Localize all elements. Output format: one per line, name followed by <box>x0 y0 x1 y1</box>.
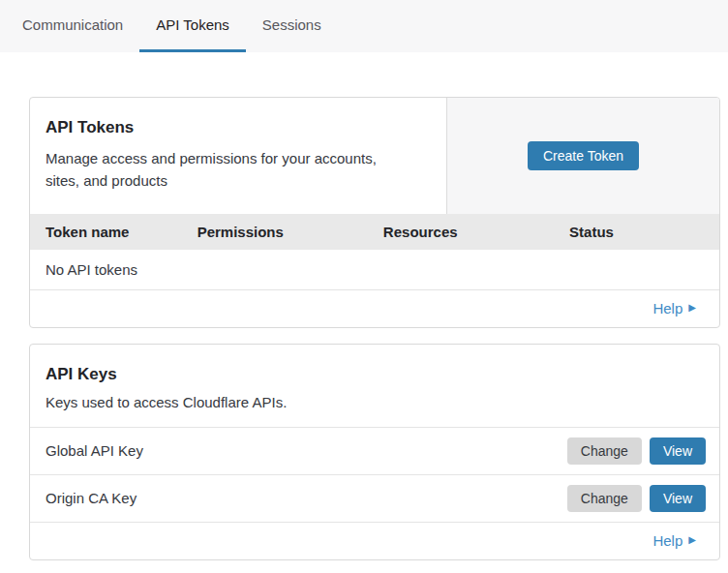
column-header-resources: Resources <box>368 214 554 250</box>
column-header-permissions: Permissions <box>182 214 368 250</box>
key-row-origin-ca-key: Origin CA Key Change View <box>30 474 719 522</box>
api-keys-card-header: API Keys Keys used to access Cloudflare … <box>30 345 719 427</box>
key-actions: Change View <box>567 437 706 465</box>
api-keys-card: API Keys Keys used to access Cloudflare … <box>29 344 720 560</box>
api-keys-help-link[interactable]: Help ▶ <box>652 532 696 549</box>
key-actions: Change View <box>567 485 706 512</box>
api-tokens-action-panel: Create Token <box>446 98 719 214</box>
create-token-button[interactable]: Create Token <box>528 141 639 170</box>
help-arrow-icon: ▶ <box>688 303 696 313</box>
page-content: API Tokens Manage access and permissions… <box>29 97 720 560</box>
api-keys-card-footer: Help ▶ <box>30 522 719 559</box>
api-tokens-card-header: API Tokens Manage access and permissions… <box>30 98 719 214</box>
tab-api-tokens[interactable]: API Tokens <box>139 0 246 52</box>
change-global-api-key-button[interactable]: Change <box>567 437 642 465</box>
key-row-global-api-key: Global API Key Change View <box>30 427 719 474</box>
api-tokens-header-text: API Tokens Manage access and permissions… <box>30 98 446 214</box>
tab-communication[interactable]: Communication <box>6 0 139 52</box>
key-name-label: Origin CA Key <box>46 490 136 506</box>
token-table-empty-row: No API tokens <box>30 250 719 289</box>
help-link-label: Help <box>652 532 682 549</box>
column-header-token-name: Token name <box>30 214 182 250</box>
key-name-label: Global API Key <box>46 442 143 459</box>
api-keys-title: API Keys <box>46 365 704 384</box>
api-tokens-card-footer: Help ▶ <box>30 289 719 327</box>
view-global-api-key-button[interactable]: View <box>650 437 706 465</box>
tab-sessions[interactable]: Sessions <box>246 0 338 52</box>
change-origin-ca-key-button[interactable]: Change <box>567 485 642 512</box>
view-origin-ca-key-button[interactable]: View <box>650 485 706 512</box>
help-link-label: Help <box>652 300 682 317</box>
empty-state-message: No API tokens <box>46 261 137 278</box>
column-header-status: Status <box>554 214 719 250</box>
api-tokens-card: API Tokens Manage access and permissions… <box>29 97 720 328</box>
tab-bar: Communication API Tokens Sessions <box>0 0 728 52</box>
api-tokens-help-link[interactable]: Help ▶ <box>652 300 696 317</box>
api-keys-description: Keys used to access Cloudflare APIs. <box>46 394 704 410</box>
api-tokens-description: Manage access and permissions for your a… <box>46 147 386 193</box>
help-arrow-icon: ▶ <box>688 535 696 545</box>
api-tokens-title: API Tokens <box>46 118 431 137</box>
token-table-header-row: Token name Permissions Resources Status <box>30 214 719 250</box>
